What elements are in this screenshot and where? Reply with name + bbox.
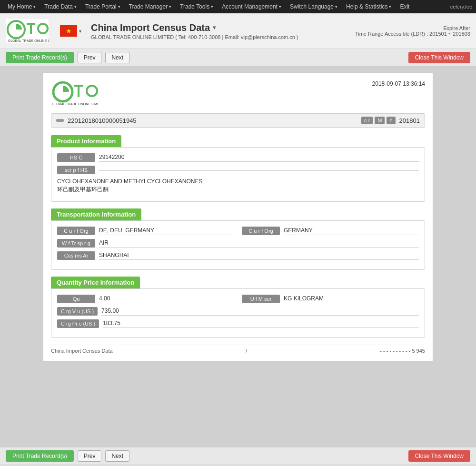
card-gto-logo: GLOBAL TRADE ONLINE LIMITED [51, 80, 99, 107]
product-desc-cn: 环己酮及甲基环己酮 [57, 186, 419, 194]
tag-h: h [387, 117, 395, 124]
cargo-value-row: C rg V u (US ) 735.00 [57, 307, 419, 316]
tag-cr: c r [361, 117, 373, 124]
svg-rect-8 [78, 85, 79, 97]
record-id-label [56, 119, 64, 122]
hs-code-row: HS C 29142200 [57, 153, 419, 162]
gto-logo: GLOBAL TRADE ONLINE LIMITED [6, 19, 49, 43]
transport-mode-row: W f Tr sp r g AIR [57, 239, 419, 248]
main-content: GLOBAL TRADE ONLINE LIMITED 2018-09-07 1… [0, 67, 476, 447]
transport-mode-value: AIR [99, 239, 419, 248]
transportation-section-body: C u r f Org DE, DEU, GERMANY C u r f Org… [51, 220, 425, 270]
close-button-top[interactable]: Close This Window [408, 52, 470, 63]
expire-info: Expire After Time Range Accessible (LDR)… [355, 25, 470, 37]
country-origin-col1: C u r f Org DE, DEU, GERMANY [57, 227, 234, 235]
hs-code-value: 29142200 [99, 154, 419, 162]
quantity-value: 4.00 [99, 295, 234, 303]
nav-trade-data[interactable]: Trade Data ▾ [40, 0, 80, 13]
top-navigation: My Home ▾ Trade Data ▾ Trade Portal ▾ Tr… [0, 0, 476, 13]
cargo-price-label: C rg Pr c (US ) [57, 319, 99, 328]
quantity-col2: U f M sur KG KILOGRAM [242, 295, 419, 303]
country-value-2: GERMANY [284, 227, 419, 235]
chevron-icon: ▾ [335, 4, 337, 9]
chevron-icon: ▾ [118, 4, 120, 9]
header-subtitle: GLOBAL TRADE ONLINE LIMITED ( Tel: 400-7… [91, 34, 349, 40]
hs-desc-row: scr p f HS [57, 166, 419, 174]
record-id-row: 22012018010000051945 c r M h 201801 [51, 113, 425, 128]
chevron-icon: ▾ [169, 4, 171, 9]
product-section-header: Product Information [51, 135, 121, 147]
card-header: GLOBAL TRADE ONLINE LIMITED 2018-09-07 1… [51, 80, 425, 107]
record-card: GLOBAL TRADE ONLINE LIMITED 2018-09-07 1… [43, 72, 433, 362]
flag-selector[interactable]: ▾ [60, 25, 81, 37]
nav-exit[interactable]: Exit [396, 0, 413, 13]
chevron-icon: ▾ [279, 4, 281, 9]
cargo-price-value: 183.75 [103, 320, 419, 328]
prev-button-bottom[interactable]: Prev [78, 450, 102, 462]
customs-area-label: Cus ms Ar [57, 251, 95, 260]
header-title-area: China Import Census Data ▾ GLOBAL TRADE … [87, 22, 349, 40]
quantity-price-section: Quantity Price Information Qu 4.00 U f M… [51, 277, 425, 338]
nav-my-home[interactable]: My Home ▾ [4, 0, 40, 13]
china-flag [60, 25, 77, 37]
nav-trade-manager[interactable]: Trade Manager ▾ [125, 0, 176, 13]
customs-area-row: Cus ms Ar SHANGHAI [57, 251, 419, 260]
transportation-section-header: Transportation Information [51, 208, 141, 220]
page-title: China Import Census Data ▾ [91, 22, 349, 33]
quantity-section-header: Quantity Price Information [51, 277, 140, 288]
user-display: celery.lee [450, 4, 472, 10]
country-value-1: DE, DEU, GERMANY [99, 227, 234, 235]
quantity-label: Qu [57, 295, 95, 303]
country-origin-row: C u r f Org DE, DEU, GERMANY C u r f Org… [57, 227, 419, 235]
chevron-icon: ▾ [389, 4, 391, 9]
unit-measure-value: KG KILOGRAM [284, 295, 419, 303]
customs-area-value: SHANGHAI [99, 252, 419, 260]
country-origin-col2: C u r f Org GERMANY [242, 227, 419, 235]
nav-account-management[interactable]: Account Management ▾ [218, 0, 285, 13]
svg-text:GLOBAL TRADE ONLINE LIMITED: GLOBAL TRADE ONLINE LIMITED [52, 102, 99, 106]
product-desc-en: CYCLOHEXANONE AND METHYLCYCLOHEXANONES [57, 178, 419, 185]
chevron-icon: ▾ [74, 4, 77, 9]
top-action-bar: Print Trade Record(s) Prev Next Close Th… [0, 49, 476, 67]
chevron-icon: ▾ [211, 4, 213, 9]
next-button-bottom[interactable]: Next [105, 450, 129, 462]
title-dropdown-arrow[interactable]: ▾ [213, 24, 216, 31]
card-logo: GLOBAL TRADE ONLINE LIMITED [51, 80, 99, 107]
close-button-bottom[interactable]: Close This Window [408, 450, 470, 462]
quantity-col1: Qu 4.00 [57, 295, 234, 303]
hs-desc-value [99, 169, 419, 171]
svg-text:GLOBAL TRADE ONLINE LIMITED: GLOBAL TRADE ONLINE LIMITED [8, 39, 49, 42]
footer-sep: / [246, 348, 247, 354]
next-button-top[interactable]: Next [105, 52, 129, 63]
footer-right: - - - - - - - - - - 5 945 [380, 348, 425, 354]
nav-trade-portal[interactable]: Trade Portal ▾ [81, 0, 124, 13]
country-label-1: C u r f Org [57, 227, 95, 235]
quantity-section-body: Qu 4.00 U f M sur KG KILOGRAM C rg V u (… [51, 288, 425, 338]
record-id-value: 22012018010000051945 [68, 117, 357, 124]
hs-code-label: HS C [57, 153, 95, 162]
product-information-section: Product Information HS C 29142200 scr p … [51, 135, 425, 202]
svg-point-9 [87, 86, 97, 96]
nav-help-statistics[interactable]: Help & Statistics ▾ [342, 0, 395, 13]
nav-trade-tools[interactable]: Trade Tools ▾ [176, 0, 217, 13]
print-button-top[interactable]: Print Trade Record(s) [6, 52, 74, 63]
svg-rect-3 [30, 23, 32, 34]
prev-button-top[interactable]: Prev [78, 52, 102, 63]
tag-m: M [375, 117, 385, 124]
card-footer: China Import Census Data / - - - - - - -… [51, 345, 425, 354]
cargo-value-value: 735.00 [101, 307, 419, 316]
footer-left: China Import Census Data [51, 348, 113, 354]
cargo-value-label: C rg V u (US ) [57, 307, 98, 316]
logo-area: GLOBAL TRADE ONLINE LIMITED [6, 19, 49, 43]
country-label-2: C u r f Org [242, 227, 280, 235]
chevron-icon: ▾ [33, 4, 36, 9]
hs-desc-label: scr p f HS [57, 166, 95, 174]
transportation-information-section: Transportation Information C u r f Org D… [51, 208, 425, 270]
bottom-action-bar: Print Trade Record(s) Prev Next Close Th… [0, 447, 476, 465]
nav-switch-language[interactable]: Switch Language ▾ [286, 0, 341, 13]
record-month: 201801 [399, 117, 420, 124]
quantity-row: Qu 4.00 U f M sur KG KILOGRAM [57, 295, 419, 303]
print-button-bottom[interactable]: Print Trade Record(s) [6, 450, 74, 462]
flag-dropdown-arrow[interactable]: ▾ [79, 29, 81, 34]
product-section-body: HS C 29142200 scr p f HS CYCLOHEXANONE A… [51, 147, 425, 202]
